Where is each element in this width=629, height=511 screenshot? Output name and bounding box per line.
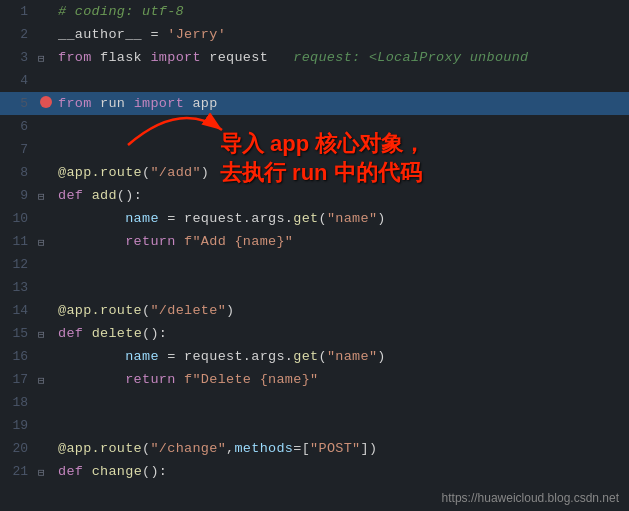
line-number: 16: [0, 349, 38, 364]
line-number: 13: [0, 280, 38, 295]
code-content: @app.route("/delete"): [54, 303, 234, 318]
code-line: 12: [0, 253, 629, 276]
code-line: 2__author__ = 'Jerry': [0, 23, 629, 46]
collapse-arrow-icon[interactable]: ⊟: [38, 237, 45, 249]
code-token: = request.args.: [159, 349, 293, 364]
code-line: 8@app.route("/add"): [0, 161, 629, 184]
line-number: 18: [0, 395, 38, 410]
code-token: ): [201, 165, 209, 180]
line-gutter: ⊟: [38, 188, 54, 204]
code-content: # coding: utf-8: [54, 4, 184, 19]
footer-url: https://huaweicloud.blog.csdn.net: [442, 491, 619, 505]
code-token: run: [92, 96, 134, 111]
code-token: [176, 234, 184, 249]
code-token: import: [150, 50, 200, 65]
code-token: "/delete": [150, 303, 226, 318]
code-line: 18: [0, 391, 629, 414]
collapse-arrow-icon[interactable]: ⊟: [38, 191, 45, 203]
code-editor: 1# coding: utf-82__author__ = 'Jerry'3⊟f…: [0, 0, 629, 511]
line-number: 15: [0, 326, 38, 341]
collapse-arrow-icon[interactable]: ⊟: [38, 329, 45, 341]
code-line: 15⊟def delete():: [0, 322, 629, 345]
line-number: 20: [0, 441, 38, 456]
code-token: ():: [142, 326, 167, 341]
code-token: get: [293, 349, 318, 364]
code-token: "POST": [310, 441, 360, 456]
code-line: 11⊟ return f"Add {name}": [0, 230, 629, 253]
line-gutter: ⊟: [38, 464, 54, 480]
code-token: name: [125, 211, 159, 226]
code-line: 21⊟def change():: [0, 460, 629, 483]
line-number: 5: [0, 96, 38, 111]
code-token: [83, 188, 91, 203]
code-token: [58, 349, 125, 364]
code-token: "/change": [150, 441, 226, 456]
line-gutter: ⊟: [38, 372, 54, 388]
code-token: = request.args.: [159, 211, 293, 226]
line-number: 9: [0, 188, 38, 203]
line-number: 6: [0, 119, 38, 134]
code-token: [83, 326, 91, 341]
code-content: name = request.args.get("name"): [54, 211, 386, 226]
code-token: 'Jerry': [167, 27, 226, 42]
code-token: # coding: utf-8: [58, 4, 184, 19]
code-token: f"Delete {name}": [184, 372, 318, 387]
line-number: 14: [0, 303, 38, 318]
line-number: 3: [0, 50, 38, 65]
code-line: 6: [0, 115, 629, 138]
code-token: (: [318, 211, 326, 226]
code-token: ():: [117, 188, 142, 203]
code-token: flask: [92, 50, 151, 65]
collapse-arrow-icon[interactable]: ⊟: [38, 467, 45, 479]
code-token: =: [142, 27, 167, 42]
line-number: 7: [0, 142, 38, 157]
code-token: delete: [92, 326, 142, 341]
code-token: ): [377, 211, 385, 226]
code-token: request: <LocalProxy unbound: [293, 50, 528, 65]
code-token: return: [125, 234, 175, 249]
code-token: [176, 372, 184, 387]
line-number: 8: [0, 165, 38, 180]
code-token: (: [318, 349, 326, 364]
code-token: ():: [142, 464, 167, 479]
line-gutter: ⊟: [38, 326, 54, 342]
code-token: [83, 464, 91, 479]
code-token: def: [58, 464, 83, 479]
code-line: 10 name = request.args.get("name"): [0, 207, 629, 230]
line-number: 2: [0, 27, 38, 42]
code-token: get: [293, 211, 318, 226]
code-line: 4: [0, 69, 629, 92]
code-line: 3⊟from flask import request request: <Lo…: [0, 46, 629, 69]
code-token: "/add": [150, 165, 200, 180]
code-line: 17⊟ return f"Delete {name}": [0, 368, 629, 391]
code-token: ): [226, 303, 234, 318]
code-token: [58, 234, 125, 249]
code-token: return: [125, 372, 175, 387]
code-token: import: [134, 96, 184, 111]
code-line: 14@app.route("/delete"): [0, 299, 629, 322]
code-content: name = request.args.get("name"): [54, 349, 386, 364]
code-token: def: [58, 188, 83, 203]
code-content: def add():: [54, 188, 142, 203]
line-gutter: ⊟: [38, 50, 54, 66]
line-number: 12: [0, 257, 38, 272]
code-token: f"Add {name}": [184, 234, 293, 249]
line-number: 17: [0, 372, 38, 387]
line-number: 19: [0, 418, 38, 433]
code-token: from: [58, 50, 92, 65]
code-line: 5from run import app: [0, 92, 629, 115]
code-token: add: [92, 188, 117, 203]
code-token: change: [92, 464, 142, 479]
code-line: 16 name = request.args.get("name"): [0, 345, 629, 368]
breakpoint-indicator: [40, 96, 52, 108]
code-token: __author__: [58, 27, 142, 42]
line-number: 11: [0, 234, 38, 249]
collapse-arrow-icon[interactable]: ⊟: [38, 53, 45, 65]
code-token: @app.route: [58, 165, 142, 180]
code-token: @app.route: [58, 441, 142, 456]
code-token: from: [58, 96, 92, 111]
code-content: @app.route("/add"): [54, 165, 209, 180]
code-content: from run import app: [54, 96, 218, 111]
code-content: def change():: [54, 464, 167, 479]
collapse-arrow-icon[interactable]: ⊟: [38, 375, 45, 387]
